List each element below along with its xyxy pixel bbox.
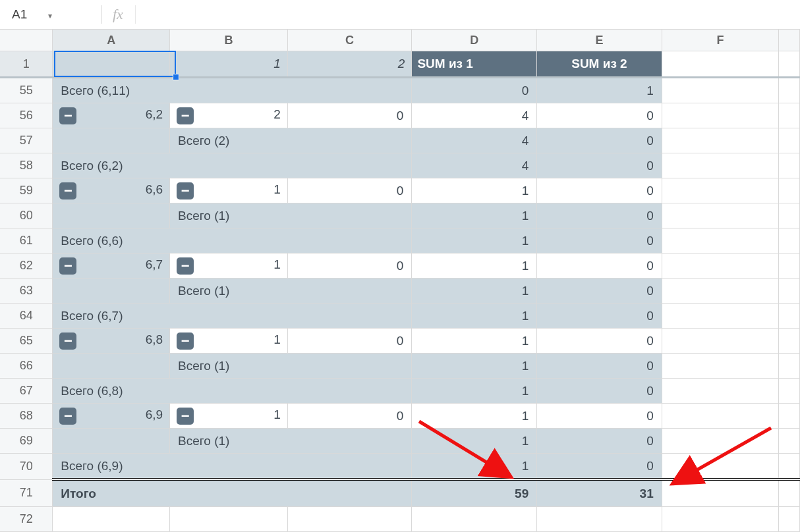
col-header-C[interactable]: C	[287, 30, 412, 51]
cell-C65[interactable]: 0	[287, 329, 412, 354]
cell-B66[interactable]: Всего (1)	[170, 354, 412, 379]
col-header-D[interactable]: D	[412, 30, 537, 51]
cell-D59[interactable]: 1	[412, 178, 537, 203]
cell-B65[interactable]: 1	[170, 329, 288, 354]
cell-E71[interactable]: 31	[537, 479, 662, 507]
cell-F60[interactable]	[662, 203, 779, 228]
row-header-60[interactable]: 60	[0, 203, 53, 228]
cell-F1[interactable]	[662, 51, 779, 78]
cell-F66[interactable]	[662, 354, 779, 379]
cell-B59[interactable]: 1	[170, 178, 288, 203]
name-box-dropdown-icon[interactable]: ▾	[48, 11, 52, 20]
cell-F64[interactable]	[662, 304, 779, 329]
cell-G68[interactable]	[779, 404, 800, 429]
cell-C56[interactable]: 0	[287, 103, 412, 128]
cell-G56[interactable]	[779, 103, 800, 128]
cell-G72[interactable]	[779, 507, 800, 532]
row-header-69[interactable]: 69	[0, 429, 53, 454]
cell-G64[interactable]	[779, 304, 800, 329]
cell-D71[interactable]: 59	[412, 479, 537, 507]
cell-G66[interactable]	[779, 354, 800, 379]
cell-E63[interactable]: 0	[537, 279, 662, 304]
cell-B68[interactable]: 1	[170, 404, 288, 429]
cell-E70[interactable]: 0	[537, 454, 662, 480]
cell-F59[interactable]	[662, 178, 779, 203]
cell-C59[interactable]: 0	[287, 178, 412, 203]
cell-A67[interactable]: Всего (6,8)	[53, 379, 412, 404]
cell-D62[interactable]: 1	[412, 253, 537, 279]
cell-G65[interactable]	[779, 329, 800, 354]
cell-G58[interactable]	[779, 153, 800, 178]
cell-B1[interactable]: 1	[170, 51, 288, 78]
collapse-icon[interactable]	[177, 182, 194, 200]
cell-D55[interactable]: 0	[412, 78, 537, 103]
cell-F62[interactable]	[662, 253, 779, 279]
cell-E68[interactable]: 0	[537, 404, 662, 429]
cell-D64[interactable]: 1	[412, 304, 537, 329]
cell-A61[interactable]: Всего (6,6)	[53, 228, 412, 253]
cell-A68[interactable]: 6,9	[53, 404, 170, 429]
cell-F61[interactable]	[662, 228, 779, 253]
row-header-61[interactable]: 61	[0, 228, 53, 253]
cell-G69[interactable]	[779, 429, 800, 454]
cell-B57[interactable]: Всего (2)	[170, 128, 412, 153]
cell-D58[interactable]: 4	[412, 153, 537, 178]
row-header-56[interactable]: 56	[0, 103, 53, 128]
cell-E72[interactable]	[537, 507, 662, 532]
active-cell-handle[interactable]	[173, 74, 179, 80]
collapse-icon[interactable]	[59, 408, 76, 425]
cell-A70[interactable]: Всего (6,9)	[53, 454, 412, 480]
cell-A57[interactable]	[53, 128, 170, 153]
cell-A58[interactable]: Всего (6,2)	[53, 153, 412, 178]
cell-F56[interactable]	[662, 103, 779, 128]
collapse-icon[interactable]	[59, 107, 76, 124]
row-header-66[interactable]: 66	[0, 354, 53, 379]
collapse-icon[interactable]	[177, 257, 194, 275]
cell-G57[interactable]	[779, 128, 800, 153]
cell-A1[interactable]	[53, 51, 170, 78]
cell-B63[interactable]: Всего (1)	[170, 279, 412, 304]
cell-F57[interactable]	[662, 128, 779, 153]
collapse-icon[interactable]	[59, 257, 76, 275]
cell-D66[interactable]: 1	[412, 354, 537, 379]
cell-E62[interactable]: 0	[537, 253, 662, 279]
cell-A62[interactable]: 6,7	[53, 253, 170, 279]
row-header-55[interactable]: 55	[0, 78, 53, 103]
cell-G1[interactable]	[779, 51, 800, 78]
collapse-icon[interactable]	[177, 332, 194, 350]
cell-E64[interactable]: 0	[537, 304, 662, 329]
cell-D68[interactable]: 1	[412, 404, 537, 429]
row-header-64[interactable]: 64	[0, 304, 53, 329]
row-header-58[interactable]: 58	[0, 153, 53, 178]
cell-B62[interactable]: 1	[170, 253, 288, 279]
cell-D57[interactable]: 4	[412, 128, 537, 153]
cell-F70[interactable]	[662, 454, 779, 480]
col-header-F[interactable]: F	[662, 30, 779, 51]
cell-E60[interactable]: 0	[537, 203, 662, 228]
cell-E59[interactable]: 0	[537, 178, 662, 203]
cell-F72[interactable]	[662, 507, 779, 532]
cell-E67[interactable]: 0	[537, 379, 662, 404]
cell-B60[interactable]: Всего (1)	[170, 203, 412, 228]
cell-D70[interactable]: 1	[412, 454, 537, 480]
cell-A72[interactable]	[53, 507, 170, 532]
cell-F67[interactable]	[662, 379, 779, 404]
cell-D67[interactable]: 1	[412, 379, 537, 404]
cell-A66[interactable]	[53, 354, 170, 379]
cell-A56[interactable]: 6,2	[53, 103, 170, 128]
cell-E58[interactable]: 0	[537, 153, 662, 178]
row-header-68[interactable]: 68	[0, 404, 53, 429]
cell-E56[interactable]: 0	[537, 103, 662, 128]
row-header-67[interactable]: 67	[0, 379, 53, 404]
cell-E65[interactable]: 0	[537, 329, 662, 354]
cell-D56[interactable]: 4	[412, 103, 537, 128]
cell-G67[interactable]	[779, 379, 800, 404]
row-header-57[interactable]: 57	[0, 128, 53, 153]
cell-C72[interactable]	[287, 507, 412, 532]
cell-F71[interactable]	[662, 479, 779, 507]
collapse-icon[interactable]	[59, 182, 76, 200]
cell-C1[interactable]: 2	[287, 51, 412, 78]
cell-F58[interactable]	[662, 153, 779, 178]
select-all-corner[interactable]	[0, 30, 53, 51]
name-box[interactable]: A1 ▾	[0, 7, 91, 22]
